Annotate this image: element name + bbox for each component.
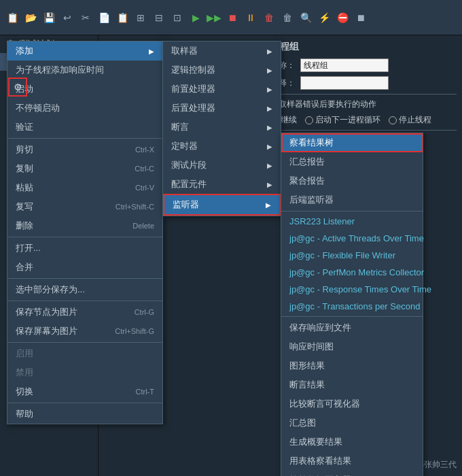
menu-item-aggregate-report[interactable]: 聚合报告 (281, 171, 423, 190)
shortcut-cut: Ctrl-X (135, 146, 154, 154)
menu-item-backend-listener[interactable]: 后端监听器 (281, 190, 423, 209)
toolbar-icon-copy[interactable]: 📄 (96, 10, 112, 26)
toolbar-icon-clear[interactable]: 🗑 (261, 10, 277, 26)
toolbar-icon-remote-start[interactable]: ⚡ (316, 10, 332, 26)
divider2 (270, 130, 457, 131)
menu-item-start-no-pause[interactable]: 不停顿启动 (7, 99, 162, 118)
menu-item-duplicate-label: 复写 (16, 201, 33, 213)
menu-item-cut[interactable]: 剪切 Ctrl-X (7, 140, 162, 159)
shortcut-delete: Delete (132, 222, 154, 230)
toolbar-icon-new[interactable]: 📋 (4, 10, 20, 26)
radio-next-loop[interactable]: 启动下一进程循环 (305, 114, 380, 126)
menu-item-paste[interactable]: 粘贴 Ctrl-V (7, 178, 162, 197)
toolbar-icon-paste[interactable]: 📋 (114, 10, 130, 26)
name-input[interactable] (300, 58, 389, 72)
menu-item-help[interactable]: 帮助 (7, 405, 162, 424)
gear-icon: ⚙ (14, 82, 22, 92)
menu-item-enable[interactable]: 启用 (7, 344, 162, 363)
menu-item-delete[interactable]: 删除 Delete (7, 216, 162, 235)
menu-item-save-screen-image[interactable]: 保存屏幕为图片 Ctrl+Shift-G (7, 322, 162, 341)
toolbar-icon-expand[interactable]: ⊞ (132, 10, 149, 26)
menu-item-post-processor[interactable]: 后置处理器 ▶ (163, 99, 281, 118)
toolbar-icon-remote-stop[interactable]: ⛔ (334, 10, 351, 26)
toolbar-icon-cut[interactable]: ✂ (77, 10, 94, 26)
menu-item-toggle[interactable]: 切换 Ctrl-T (7, 382, 162, 401)
menu-item-active-threads-label: jp@gc - Active Threads Over Time (289, 233, 424, 243)
menu-item-save-node-image[interactable]: 保存节点为图片 Ctrl-G (7, 303, 162, 322)
menu-item-logic-controller[interactable]: 逻辑控制器 ▶ (163, 61, 281, 80)
menu-item-perfmon[interactable]: jp@gc - PerfMon Metrics Collector (281, 264, 423, 281)
menu-item-active-threads[interactable]: jp@gc - Active Threads Over Time (281, 230, 423, 247)
menu-item-pre-processor[interactable]: 前置处理器 ▶ (163, 80, 281, 99)
menu-item-start[interactable]: 启动 (7, 80, 162, 99)
comment-input[interactable] (300, 76, 389, 90)
toolbar-icon-stop[interactable]: ⏹ (224, 10, 241, 26)
menu-item-sampler[interactable]: 取样器 ▶ (163, 41, 281, 61)
menu-item-assertion-results[interactable]: 断言结果 (281, 375, 423, 394)
toolbar-icon-toggle[interactable]: ⊡ (169, 10, 185, 26)
menu-item-table-results-label: 用表格察看结果 (289, 455, 351, 467)
menu-item-save-selection-label: 选中部分保存为... (16, 284, 85, 296)
menu-item-response-times[interactable]: jp@gc - Response Times Over Time (281, 281, 423, 298)
menu-item-generate-summary[interactable]: 生成概要结果 (281, 432, 423, 452)
menu-item-disable[interactable]: 禁用 (7, 363, 162, 382)
toolbar-icon-start[interactable]: ▶ (188, 10, 204, 26)
menu-item-add[interactable]: 添加 ▶ (7, 41, 162, 61)
menu-item-response-time-graph[interactable]: 响应时间图 (281, 337, 423, 356)
toolbar-icon-shutdown[interactable]: ⏸ (243, 10, 259, 26)
separator-l2 (281, 316, 423, 317)
menu-item-watch-result-tree[interactable]: 察看结果树 (281, 133, 423, 152)
gear-icon-box: ⚙ (8, 78, 27, 97)
separator-4 (7, 301, 162, 301)
menu-item-transactions-label: jp@gc - Transactions per Second (289, 301, 420, 311)
menu-item-table-results[interactable]: 用表格察看结果 (281, 452, 423, 471)
toolbar-icon-open[interactable]: 📂 (22, 10, 39, 26)
menu-item-validate[interactable]: 验证 (7, 118, 162, 137)
menu-item-flexible-file[interactable]: jp@gc - Flexible File Writer (281, 247, 423, 264)
menu-item-config-element[interactable]: 配置元件 ▶ (163, 175, 281, 194)
separator-3 (7, 278, 162, 279)
separator-2 (7, 237, 162, 237)
menu-item-validate-label: 验证 (16, 121, 33, 133)
menu-item-save-response[interactable]: 保存响应到文件 (281, 318, 423, 337)
menu-item-jsr223[interactable]: JSR223 Listener (281, 213, 423, 230)
shortcut-copy: Ctrl-C (135, 165, 154, 173)
menu-item-disable-label: 禁用 (16, 367, 33, 379)
menu-item-simple-writer[interactable]: 简单数据写入器 (281, 471, 423, 476)
menu-item-merge[interactable]: 合并 (7, 258, 162, 277)
menu-item-save-screen-image-label: 保存屏幕为图片 (16, 325, 77, 337)
menu-item-jsr223-label: JSR223 Listener (289, 216, 355, 226)
menu-item-sampler-label: 取样器 (171, 45, 198, 57)
menu-item-listener[interactable]: 监听器 ▶ (163, 194, 281, 216)
menu-item-add-response-time[interactable]: 为子线程添加响应时间 (7, 61, 162, 80)
menu-item-copy[interactable]: 复制 Ctrl-C (7, 159, 162, 178)
toolbar-icon-save[interactable]: 💾 (41, 10, 57, 26)
menu-item-open-label: 打开... (16, 242, 41, 254)
menu-item-paste-label: 粘贴 (16, 182, 33, 194)
panel-header: 线程组 (270, 41, 457, 53)
menu-item-graph-results[interactable]: 图形结果 (281, 356, 423, 375)
arrow-icon-assertion: ▶ (267, 124, 272, 131)
menu-item-compare-visualizer[interactable]: 比较断言可视化器 (281, 394, 423, 413)
toolbar-icon-start-no-pause[interactable]: ▶▶ (206, 10, 222, 26)
menu-item-summary-graph[interactable]: 汇总图 (281, 413, 423, 432)
menu-item-assertion[interactable]: 断言 ▶ (163, 118, 281, 137)
toolbar-icon-revert[interactable]: ↩ (59, 10, 75, 26)
context-menu-1: 添加 ▶ 为子线程添加响应时间 启动 不停顿启动 验证 剪切 Ctrl-X 复制… (7, 41, 163, 424)
separator-l1 (281, 211, 423, 211)
toolbar-icon-remote-shutdown[interactable]: ⏹ (353, 10, 369, 26)
menu-item-duplicate[interactable]: 复写 Ctrl+Shift-C (7, 197, 162, 216)
toolbar-icon-collapse[interactable]: ⊟ (151, 10, 167, 26)
menu-item-summary-report[interactable]: 汇总报告 (281, 152, 423, 171)
menu-item-transactions[interactable]: jp@gc - Transactions per Second (281, 298, 423, 315)
toolbar-icon-browse[interactable]: 🔍 (298, 10, 314, 26)
menu-item-save-selection[interactable]: 选中部分保存为... (7, 280, 162, 299)
menu-item-open[interactable]: 打开... (7, 239, 162, 258)
radio-label-next-loop: 启动下一进程循环 (315, 114, 380, 126)
toolbar-icon-clear-all[interactable]: 🗑 (279, 10, 296, 26)
radio-stop-thread[interactable]: 停止线程 (389, 114, 431, 126)
context-menu-2: 取样器 ▶ 逻辑控制器 ▶ 前置处理器 ▶ 后置处理器 ▶ 断言 ▶ 定时器 ▶… (162, 41, 281, 216)
menu-item-timer[interactable]: 定时器 ▶ (163, 137, 281, 156)
menu-item-test-fragment[interactable]: 测试片段 ▶ (163, 156, 281, 175)
menu-item-save-node-image-label: 保存节点为图片 (16, 306, 77, 318)
